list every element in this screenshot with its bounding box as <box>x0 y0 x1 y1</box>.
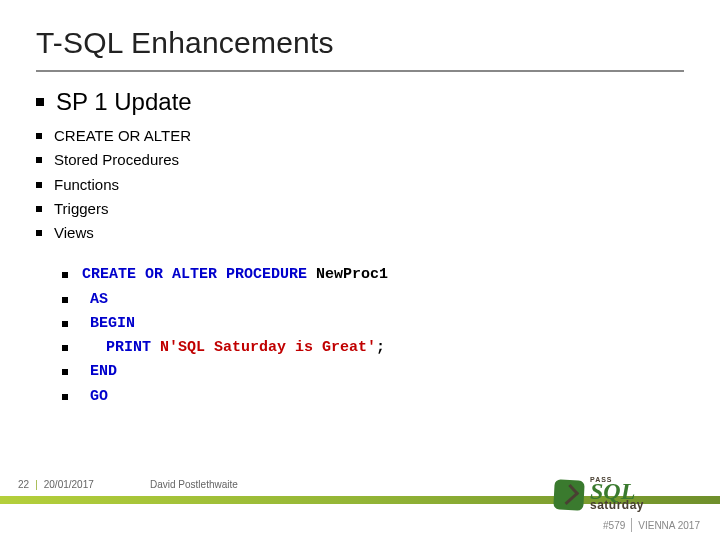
heading-row: SP 1 Update <box>36 88 684 116</box>
code-keyword: END <box>90 363 117 380</box>
subheading-row: CREATE OR ALTER <box>36 126 684 146</box>
code-line: GO <box>62 387 684 407</box>
code-keyword: PRINT <box>106 339 151 356</box>
code-string: N <box>160 339 169 356</box>
code-keyword: GO <box>90 388 108 405</box>
code-identifier: NewProc1 <box>316 266 388 283</box>
code-keyword: CREATE OR ALTER PROCEDURE <box>82 266 307 283</box>
list-item: Views <box>36 223 684 243</box>
author: David Postlethwaite <box>150 479 238 490</box>
bullet-icon <box>36 133 42 139</box>
logo-saturday: saturday <box>590 500 644 510</box>
code-keyword: BEGIN <box>90 315 135 332</box>
item-text: Stored Procedures <box>54 150 179 170</box>
item-text: Views <box>54 223 94 243</box>
code-line: CREATE OR ALTER PROCEDURE NewProc1 <box>62 265 684 285</box>
heading-text: SP 1 Update <box>56 88 192 116</box>
separator: | <box>35 479 38 490</box>
code-text: BEGIN <box>82 314 135 334</box>
code-text: PRINT N'SQL Saturday is Great'; <box>82 338 385 358</box>
bullet-icon <box>62 369 68 375</box>
bullet-icon <box>62 272 68 278</box>
code-line: END <box>62 362 684 382</box>
code-line: BEGIN <box>62 314 684 334</box>
code-block: CREATE OR ALTER PROCEDURE NewProc1 AS BE… <box>62 265 684 407</box>
event-location: VIENNA 2017 <box>638 520 700 531</box>
code-line: AS <box>62 290 684 310</box>
footer: 22 | 20/01/2017 David Postlethwaite PASS… <box>0 460 720 540</box>
item-text: Triggers <box>54 199 108 219</box>
bullet-icon <box>36 230 42 236</box>
code-text: END <box>82 362 117 382</box>
bullet-icon <box>36 157 42 163</box>
logo-text: PASS SQL saturday <box>590 477 644 510</box>
logo-badge-icon <box>553 479 585 511</box>
bullet-icon <box>36 98 44 106</box>
list-item: Triggers <box>36 199 684 219</box>
bullet-icon <box>36 182 42 188</box>
page-info: 22 | 20/01/2017 <box>18 479 94 490</box>
list-item: Functions <box>36 175 684 195</box>
code-keyword: AS <box>90 291 108 308</box>
bullet-icon <box>62 394 68 400</box>
code-line: PRINT N'SQL Saturday is Great'; <box>62 338 684 358</box>
sql-saturday-logo: PASS SQL saturday <box>554 458 694 510</box>
list-item: Stored Procedures <box>36 150 684 170</box>
slide-title: T-SQL Enhancements <box>36 26 684 60</box>
code-text: CREATE OR ALTER PROCEDURE NewProc1 <box>82 265 388 285</box>
code-string: 'SQL Saturday is Great' <box>169 339 376 356</box>
subheading-text: CREATE OR ALTER <box>54 126 191 146</box>
code-text: GO <box>82 387 108 407</box>
code-text: AS <box>82 290 108 310</box>
bullet-icon <box>62 297 68 303</box>
bullet-icon <box>62 345 68 351</box>
event-number: #579 <box>603 520 625 531</box>
item-text: Functions <box>54 175 119 195</box>
page-date: 20/01/2017 <box>44 479 94 490</box>
event-info: #579 VIENNA 2017 <box>603 518 700 532</box>
bullet-icon <box>36 206 42 212</box>
bullet-icon <box>62 321 68 327</box>
code-punct: ; <box>376 339 385 356</box>
page-number: 22 <box>18 479 29 490</box>
item-list: Stored Procedures Functions Triggers Vie… <box>36 150 684 243</box>
title-rule <box>36 70 684 72</box>
slide: T-SQL Enhancements SP 1 Update CREATE OR… <box>0 0 720 540</box>
divider-icon <box>631 518 632 532</box>
